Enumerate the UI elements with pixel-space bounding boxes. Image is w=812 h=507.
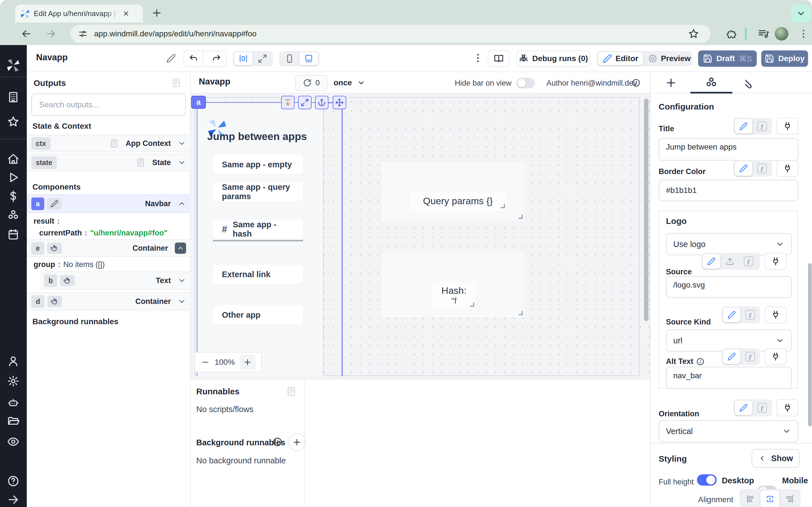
border-color-plug-button[interactable] xyxy=(776,160,799,177)
nav-item-other-app[interactable]: Other app xyxy=(213,305,303,325)
alt-textarea[interactable]: nav_bar xyxy=(666,367,792,389)
move-component-button[interactable] xyxy=(333,96,346,109)
state-badge[interactable]: state xyxy=(31,156,57,169)
align-center-button[interactable] xyxy=(760,490,779,507)
site-info-icon[interactable] xyxy=(78,29,88,39)
group-key-line[interactable]: group:No items ([]) xyxy=(34,260,105,269)
resources-boxes-icon[interactable] xyxy=(7,209,19,222)
alt-plug-button[interactable] xyxy=(765,348,786,365)
nav-item-query-params[interactable]: Same app - query params xyxy=(213,182,303,202)
workspace-icon[interactable] xyxy=(7,91,19,103)
hand-pointer-badge[interactable] xyxy=(47,242,62,254)
component-d-badge[interactable]: d xyxy=(31,295,45,308)
schedules-calendar-icon[interactable] xyxy=(7,228,19,240)
playlist-icon[interactable] xyxy=(758,25,770,43)
align-left-button[interactable] xyxy=(741,490,760,507)
orientation-select[interactable]: Vertical xyxy=(659,420,799,442)
component-row-b[interactable]: b Text xyxy=(40,272,191,290)
zoom-out-icon[interactable] xyxy=(201,358,210,367)
component-settings-tab[interactable] xyxy=(704,75,719,90)
browser-menu-icon[interactable] xyxy=(798,25,809,43)
hand-pointer-badge[interactable] xyxy=(60,275,75,286)
url-bar[interactable]: app.windmill.dev/apps/edit/u/henri/navap… xyxy=(70,25,711,43)
nav-item-same-app-empty[interactable]: Same app - empty xyxy=(213,155,303,174)
resize-handle[interactable] xyxy=(518,215,523,219)
fx-button[interactable]: ƒ xyxy=(753,119,771,133)
border-color-input[interactable] xyxy=(659,180,799,201)
browser-tab[interactable]: Edit App u/henri/navapp | Win xyxy=(15,4,143,22)
runnables-doc-icon[interactable] xyxy=(286,386,297,397)
collapse-arrow-icon[interactable] xyxy=(7,494,19,506)
hand-pointer-badge[interactable] xyxy=(47,296,62,307)
expand-component-button[interactable] xyxy=(298,96,312,109)
avatar[interactable] xyxy=(775,27,788,41)
tab-search-chevron-button[interactable] xyxy=(791,4,811,22)
component-row-a[interactable]: a Navbar xyxy=(27,194,191,213)
source-kind-plug-button[interactable] xyxy=(765,306,786,323)
insert-component-tab[interactable] xyxy=(664,75,678,90)
rename-pencil-icon[interactable] xyxy=(166,54,176,63)
search-outputs-input[interactable] xyxy=(31,94,186,116)
full-height-toggle-on[interactable] xyxy=(697,474,717,486)
undo-button[interactable] xyxy=(184,51,203,66)
extensions-icon[interactable] xyxy=(726,25,738,43)
docs-button[interactable] xyxy=(488,50,509,67)
edit-pencil-badge[interactable] xyxy=(47,198,62,209)
selected-component-badge[interactable]: a xyxy=(191,96,206,109)
nav-item-external-link[interactable]: External link xyxy=(213,265,303,284)
windmill-logo-icon[interactable] xyxy=(6,59,20,72)
static-pencil-button[interactable] xyxy=(723,307,741,322)
info-icon[interactable] xyxy=(631,78,641,87)
source-plug-button[interactable] xyxy=(765,253,786,270)
hide-bar-toggle[interactable] xyxy=(516,78,535,89)
use-logo-select[interactable]: Use logo xyxy=(666,233,792,255)
deploy-button[interactable]: Deploy xyxy=(761,50,808,67)
bookmark-star-icon[interactable] xyxy=(688,28,699,40)
ctx-badge[interactable]: ctx xyxy=(31,137,50,150)
more-options-icon[interactable] xyxy=(472,52,484,64)
doc-icon[interactable] xyxy=(136,158,146,167)
navbar-component[interactable] xyxy=(197,103,324,376)
redo-button[interactable] xyxy=(207,51,226,66)
home-icon[interactable] xyxy=(7,153,19,165)
folders-icon[interactable] xyxy=(7,415,19,427)
info-icon[interactable] xyxy=(696,357,705,366)
chevron-down-icon[interactable] xyxy=(177,139,186,148)
audit-eye-icon[interactable] xyxy=(7,436,19,448)
tab-close-icon[interactable] xyxy=(122,10,130,17)
resize-handle[interactable] xyxy=(470,302,474,307)
browser-forward-icon[interactable] xyxy=(45,28,57,40)
resize-handle[interactable] xyxy=(518,311,523,315)
outputs-doc-icon[interactable] xyxy=(171,78,181,88)
workers-bot-icon[interactable] xyxy=(7,396,19,409)
fx-button[interactable]: ƒ xyxy=(753,161,771,176)
fx-button[interactable]: ƒ xyxy=(742,307,759,322)
nav-item-same-app-hash[interactable]: # Same app - hash xyxy=(213,220,303,239)
state-row[interactable]: state State xyxy=(27,154,191,171)
draft-button[interactable]: Draft ⌘S xyxy=(698,50,757,67)
mobile-view-button[interactable] xyxy=(280,52,299,65)
runs-play-icon[interactable] xyxy=(7,171,19,184)
app-canvas[interactable]: Jump between apps Same app - empty Same … xyxy=(191,94,650,379)
schedule-dropdown[interactable]: once xyxy=(334,75,365,91)
chevron-down-icon[interactable] xyxy=(177,276,186,285)
fx-button[interactable]: ƒ xyxy=(742,349,759,364)
editor-tab[interactable]: Editor xyxy=(598,52,643,65)
static-pencil-button[interactable] xyxy=(735,161,752,176)
show-styling-button[interactable]: Show xyxy=(752,449,800,467)
doc-icon[interactable] xyxy=(109,138,119,148)
chevron-up-icon[interactable] xyxy=(177,200,186,208)
source-textarea[interactable]: /logo.svg xyxy=(666,276,792,298)
canvas-scrollbar[interactable] xyxy=(644,99,649,321)
title-textarea[interactable]: Jump between apps xyxy=(659,138,799,161)
variables-dollar-icon[interactable] xyxy=(7,190,19,203)
refresh-count-button[interactable]: 0 xyxy=(295,75,327,91)
debug-runs-button[interactable]: Debug runs (0) xyxy=(516,50,590,67)
upload-button[interactable] xyxy=(721,254,739,269)
component-e-badge[interactable]: e xyxy=(31,242,44,255)
ctx-row[interactable]: ctx App Context xyxy=(27,135,191,152)
favorites-star-icon[interactable] xyxy=(7,115,19,128)
desktop-view-button[interactable] xyxy=(299,52,318,65)
static-pencil-button[interactable] xyxy=(723,349,741,364)
insert-below-button[interactable] xyxy=(281,96,295,109)
